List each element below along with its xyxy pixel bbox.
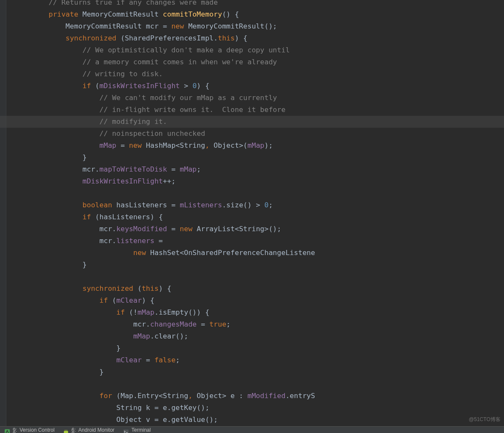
- svg-rect-0: [5, 429, 10, 433]
- toolwindow-terminal[interactable]: Terminal: [119, 426, 155, 433]
- code-line[interactable]: mcr.mapToWriteToDisk = mMap;: [6, 163, 504, 175]
- toolwindow-index: 6:: [72, 426, 76, 433]
- code-line[interactable]: for (Map.Entry<String, Object> e : mModi…: [6, 390, 504, 402]
- code-line[interactable]: // noinspection unchecked: [6, 128, 504, 140]
- toolwindow-label: Terminal: [132, 426, 151, 433]
- code-line[interactable]: boolean hasListeners = mListeners.size()…: [6, 199, 504, 211]
- code-line[interactable]: // in-flight write owns it. Clone it bef…: [6, 104, 504, 116]
- code-line[interactable]: }: [6, 342, 504, 354]
- code-line[interactable]: // writing to disk.: [6, 68, 504, 80]
- toolwindow-label: Android Monitor: [78, 426, 115, 433]
- code-line[interactable]: mMap.clear();: [6, 330, 504, 342]
- code-line[interactable]: mMap = new HashMap<String, Object>(mMap)…: [6, 140, 504, 152]
- code-line[interactable]: MemoryCommitResult mcr = new MemoryCommi…: [6, 20, 504, 32]
- android-icon: [63, 427, 69, 433]
- code-line[interactable]: mClear = false;: [6, 354, 504, 366]
- code-line[interactable]: [6, 271, 504, 283]
- code-line[interactable]: mDiskWritesInFlight++;: [6, 175, 504, 187]
- terminal-icon: [123, 427, 129, 433]
- code-line[interactable]: new HashSet<OnSharedPreferenceChangeList…: [6, 247, 504, 259]
- code-line[interactable]: synchronized (SharedPreferencesImpl.this…: [6, 32, 504, 44]
- code-line[interactable]: if (hasListeners) {: [6, 211, 504, 223]
- code-line[interactable]: }: [6, 259, 504, 271]
- code-line[interactable]: [6, 187, 504, 199]
- code-line[interactable]: if (mDiskWritesInFlight > 0) {: [6, 80, 504, 92]
- code-line[interactable]: String k = e.getKey();: [6, 402, 504, 414]
- code-editor[interactable]: // Returns true if any changes were made…: [6, 0, 504, 426]
- code-line[interactable]: if (mClear) {: [6, 295, 504, 307]
- code-line[interactable]: // Returns true if any changes were made: [6, 0, 504, 9]
- code-line[interactable]: synchronized (this) {: [6, 283, 504, 295]
- code-line[interactable]: // a memory commit comes in when we're a…: [6, 56, 504, 68]
- toolwindow-label: Version Control: [20, 426, 54, 433]
- toolwindow-index: 9:: [13, 426, 17, 433]
- code-line[interactable]: mcr.keysModified = new ArrayList<String>…: [6, 223, 504, 235]
- code-line[interactable]: }: [6, 366, 504, 378]
- code-line[interactable]: if (!mMap.isEmpty()) {: [6, 307, 504, 318]
- code-line[interactable]: mcr.changesMade = true;: [6, 318, 504, 330]
- code-line[interactable]: private MemoryCommitResult commitToMemor…: [6, 9, 504, 20]
- code-line[interactable]: // modifying it.: [6, 116, 504, 128]
- svg-point-3: [66, 430, 67, 430]
- code-line[interactable]: }: [6, 152, 504, 163]
- code-line[interactable]: // We optimistically don't make a deep c…: [6, 44, 504, 56]
- toolwindow-android-monitor[interactable]: 6: Android Monitor: [59, 426, 119, 433]
- vcs-icon: [4, 427, 10, 433]
- code-line[interactable]: // We can't modify our mMap as a current…: [6, 92, 504, 104]
- code-line[interactable]: Object v = e.getValue();: [6, 414, 504, 426]
- editor-gutter: [0, 0, 6, 433]
- code-line[interactable]: mcr.listeners =: [6, 235, 504, 247]
- code-line[interactable]: [6, 378, 504, 390]
- toolwindow-version-control[interactable]: 9: Version Control: [0, 426, 59, 433]
- svg-rect-1: [64, 431, 68, 433]
- bottom-tool-bar: 9: Version Control 6: Android Monitor Te…: [0, 426, 504, 433]
- svg-point-2: [65, 430, 66, 430]
